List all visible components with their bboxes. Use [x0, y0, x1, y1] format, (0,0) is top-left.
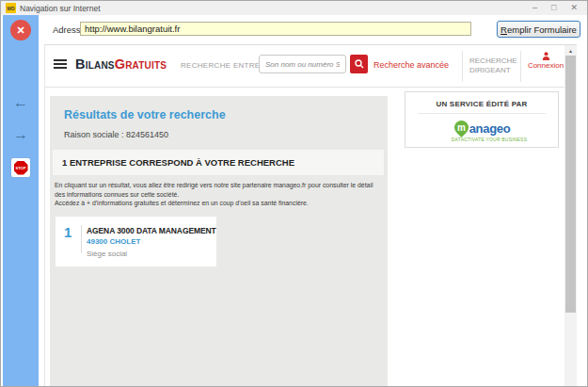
app-icon: WD [6, 3, 16, 13]
scrollbar-thumb[interactable] [565, 56, 576, 313]
fill-form-button[interactable]: Remplir Formulaire [497, 21, 580, 38]
stop-sign-icon: STOP [14, 161, 28, 175]
person-icon [542, 52, 550, 60]
result-index: 1 [64, 224, 72, 240]
results-panel: Résultats de votre recherche Raison soci… [50, 96, 388, 386]
results-count-text: 1 ENTREPRISE CORRESPOND À VOTRE RECHERCH… [62, 157, 294, 168]
close-button[interactable]: ✕ [570, 1, 578, 15]
raison-sociale-text: Raison sociale : 824561450 [64, 130, 168, 139]
back-arrow-icon[interactable]: ← [3, 94, 39, 111]
manageo-logo-text: anageo [469, 121, 511, 136]
address-input[interactable] [80, 22, 471, 36]
results-description: En cliquant sur un résultat, vous allez … [55, 181, 386, 208]
minimize-button[interactable]: – [532, 1, 537, 15]
vertical-scrollbar[interactable]: ▲ [564, 45, 577, 386]
site-header: BilansGratuits RECHERCHE ENTREPRISE Rech… [45, 45, 564, 88]
maximize-button[interactable]: □ [551, 1, 556, 15]
title-bar: WD Navigation sur Internet – □ ✕ [1, 1, 587, 15]
window-title: Navigation sur Internet [20, 4, 101, 13]
description-line: Accédez à + d'informations gratuites et … [55, 199, 340, 208]
advanced-search-link[interactable]: Recherche avancée [373, 60, 449, 70]
manageo-tagline: DATACTIVATE YOUR BUSINESS [405, 137, 558, 142]
company-result-card[interactable]: 1 AGENA 3000 DATA MANAGEMENT 49300 CHOLE… [56, 217, 216, 266]
app-window: WD Navigation sur Internet – □ ✕ ✕ ← → S… [0, 0, 588, 387]
company-search-input[interactable] [259, 55, 346, 73]
scrollbar-up-icon[interactable]: ▲ [564, 45, 577, 56]
browser-viewport: BilansGratuits RECHERCHE ENTREPRISE Rech… [44, 44, 577, 386]
manageo-pin-icon: m [452, 118, 471, 137]
logo-part-gratuits: Gratuits [115, 56, 167, 72]
company-location: 49300 CHOLET [87, 237, 216, 246]
close-navigation-button[interactable]: ✕ [10, 20, 31, 40]
manageo-logo[interactable]: m anageo [405, 121, 558, 137]
forward-arrow-icon[interactable]: → [3, 126, 39, 143]
logo-part-bilans: Bilans [75, 56, 115, 72]
fill-form-button-label: Remplir Formulaire [501, 24, 577, 35]
results-count-banner: 1 ENTREPRISE CORRESPOND À VOTRE RECHERCH… [53, 150, 384, 175]
service-card-divider [418, 113, 546, 114]
bilansgratuits-logo[interactable]: BilansGratuits [75, 56, 167, 72]
service-editor-card: UN SERVICE ÉDITÉ PAR m anageo DATACTIVAT… [405, 91, 559, 148]
connexion-label: Connexion [528, 61, 564, 70]
dirigeant-line2: DIRIGEANT [469, 66, 516, 75]
description-line: En cliquant sur un résultat, vous allez … [55, 181, 340, 190]
connexion-link[interactable]: Connexion [524, 52, 567, 70]
magnifier-icon [355, 59, 364, 69]
service-card-title: UN SERVICE ÉDITÉ PAR [405, 100, 558, 108]
description-line: des informations connues sur cette socié… [55, 190, 340, 200]
navigation-sidebar: ✕ ← → STOP [3, 15, 39, 386]
recherche-dirigeant-link[interactable]: RECHERCHE DIRIGEANT [469, 56, 516, 76]
header-divider [462, 51, 463, 82]
manageo-logo-m: m [454, 121, 469, 135]
card-divider [81, 225, 82, 253]
dirigeant-line1: RECHERCHE [469, 56, 516, 66]
search-button[interactable] [350, 55, 368, 73]
company-name: AGENA 3000 DATA MANAGEMENT [87, 226, 216, 235]
company-type: Siège social [87, 250, 216, 258]
menu-hamburger-icon[interactable] [54, 59, 67, 71]
stop-button[interactable]: STOP [11, 158, 30, 177]
address-bar: Adresse Remplir Formulaire [39, 15, 587, 44]
results-title: Résultats de votre recherche [64, 108, 226, 121]
header-divider [520, 51, 521, 82]
